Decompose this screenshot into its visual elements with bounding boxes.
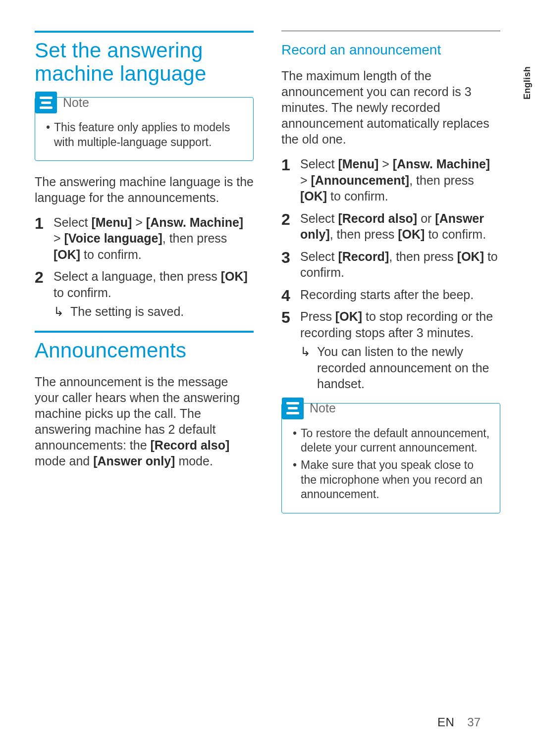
note-item: This feature only applies to models with…: [46, 120, 245, 150]
section-rule-thin: [281, 31, 500, 31]
note-callout: Note This feature only applies to models…: [35, 97, 254, 161]
paragraph: The maximum length of the announcement y…: [281, 68, 500, 147]
left-column: Set the answering machine language Note …: [35, 31, 254, 526]
step-item: Select [Menu] > [Answ. Machine] > [Annou…: [281, 156, 500, 204]
step-item: Select a language, then press [OK] to co…: [35, 268, 254, 320]
subheading-record-announcement: Record an announcement: [281, 42, 500, 58]
note-icon: [282, 398, 304, 419]
note-label: Note: [310, 401, 336, 415]
footer-page-number: 37: [467, 715, 481, 729]
steps-set-language: Select [Menu] > [Answ. Machine] > [Voice…: [35, 214, 254, 320]
right-column: Record an announcement The maximum lengt…: [281, 31, 500, 526]
two-column-layout: Set the answering machine language Note …: [35, 31, 500, 526]
note-item: Make sure that you speak close to the mi…: [293, 458, 492, 502]
section-rule: [35, 331, 254, 333]
page-footer: EN 37: [437, 715, 481, 729]
heading-announcements: Announcements: [35, 339, 254, 362]
step-item: Select [Record also] or [Answer only], t…: [281, 210, 500, 243]
heading-set-language: Set the answering machine language: [35, 39, 254, 85]
step-item: Press [OK] to stop recording or the reco…: [281, 308, 500, 392]
side-language-tab: English: [522, 66, 533, 100]
manual-page: English Set the answering machine langua…: [0, 0, 535, 756]
step-item: Select [Record], then press [OK] to conf…: [281, 249, 500, 281]
step-result: The setting is saved.: [54, 303, 254, 320]
paragraph: The answering machine language is the la…: [35, 174, 254, 205]
note-label: Note: [63, 96, 89, 110]
note-icon: [35, 92, 57, 113]
note-callout: Note To restore the default announcement…: [281, 403, 500, 513]
section-rule: [35, 31, 254, 33]
step-result: You can listen to the newly recorded ann…: [300, 344, 500, 392]
footer-language: EN: [437, 715, 454, 729]
step-item: Recording starts after the beep.: [281, 287, 500, 303]
note-item: To restore the default announcement, del…: [293, 426, 492, 455]
paragraph: The announcement is the message your cal…: [35, 374, 254, 469]
step-item: Select [Menu] > [Answ. Machine] > [Voice…: [35, 214, 254, 263]
steps-record-announcement: Select [Menu] > [Answ. Machine] > [Annou…: [281, 156, 500, 392]
